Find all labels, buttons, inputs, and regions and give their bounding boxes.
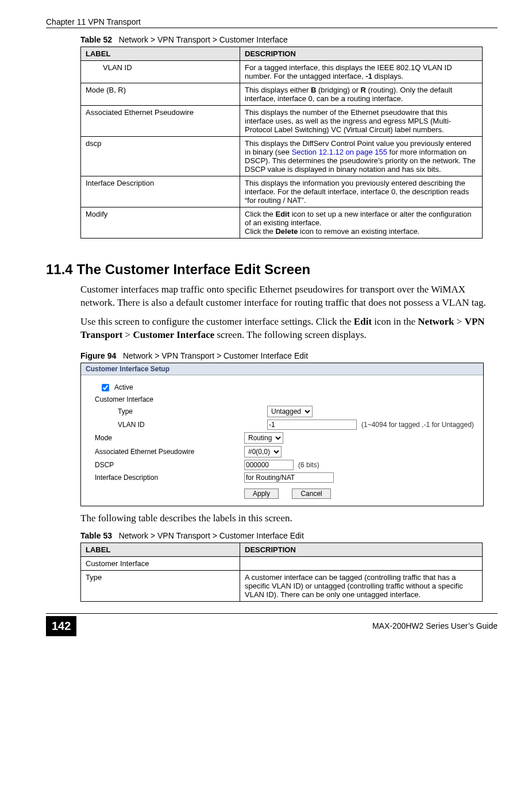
- text: (bridging) or: [316, 86, 360, 94]
- table53-head-label: LABEL: [81, 543, 240, 556]
- dscp-note: (6 bits): [298, 461, 319, 469]
- bold-text: R: [361, 86, 366, 94]
- page-footer: 142 MAX-200HW2 Series User’s Guide: [46, 613, 498, 636]
- figure94-caption-prefix: Figure 94: [80, 351, 116, 360]
- active-checkbox[interactable]: [102, 384, 109, 391]
- interface-description-label: Interface Description: [89, 474, 244, 482]
- bold-text: -1: [365, 72, 372, 80]
- cancel-button[interactable]: Cancel: [292, 489, 330, 499]
- table52-r4-label: Interface Description: [81, 176, 240, 207]
- table-row: Interface Description This displays the …: [81, 176, 483, 207]
- table52-r5-label: Modify: [81, 207, 240, 239]
- bold-text: Edit: [275, 210, 290, 218]
- figure94-caption: Figure 94 Network > VPN Transport > Cust…: [80, 351, 498, 360]
- assoc-pseudowire-label: Associated Ethernet Pseudowire: [89, 448, 244, 456]
- table52-head-desc: DESCRIPTION: [240, 47, 483, 61]
- dscp-input[interactable]: [244, 460, 294, 470]
- text: This displays either: [245, 86, 311, 94]
- bold-text: Delete: [275, 227, 298, 236]
- section-title: 11.4 The Customer Interface Edit Screen: [46, 261, 498, 278]
- between-text: The following table describes the labels…: [80, 512, 498, 525]
- table53: LABEL DESCRIPTION Customer Interface Typ…: [80, 543, 483, 602]
- table52-r4-desc: This displays the information you previo…: [240, 176, 483, 207]
- interface-description-input[interactable]: [244, 472, 334, 483]
- table53-r1-label: Type: [81, 570, 240, 601]
- table52-r3-desc: This displays the DiffServ Control Point…: [240, 137, 483, 176]
- table52-r1-label: Mode (B, R): [81, 83, 240, 106]
- bold-text: Customer Interface: [133, 329, 214, 340]
- chapter-title: Chapter 11 VPN Transport: [46, 17, 141, 26]
- table52-r3-label: dscp: [81, 137, 240, 176]
- text: >: [122, 329, 133, 340]
- footer-guide: MAX-200HW2 Series User’s Guide: [82, 621, 498, 630]
- table53-caption-prefix: Table 53: [80, 531, 112, 540]
- table52-caption-prefix: Table 52: [80, 35, 112, 44]
- table52-r1-desc: This displays either B (bridging) or R (…: [240, 83, 483, 106]
- table-row: Customer Interface: [81, 556, 483, 570]
- table53-caption-text: Network > VPN Transport > Customer Inter…: [119, 531, 304, 540]
- text: icon in the: [372, 316, 418, 327]
- mode-select[interactable]: Routing: [244, 432, 283, 444]
- text: >: [454, 316, 465, 327]
- table52-r0-desc: For a tagged interface, this displays th…: [240, 61, 483, 83]
- active-label: Active: [114, 383, 133, 391]
- table53-r1-desc: A customer interface can be tagged (cont…: [240, 570, 483, 601]
- vlan-id-note: (1~4094 for tagged ,-1 for Untagged): [361, 421, 474, 429]
- customer-interface-setup-screenshot: Customer Interface Setup Active Customer…: [80, 363, 484, 506]
- text: Use this screen to configure the custome…: [80, 316, 354, 327]
- table53-r0-label: Customer Interface: [81, 556, 240, 570]
- vlan-id-input[interactable]: [267, 420, 357, 430]
- text: Click the: [245, 210, 275, 218]
- page-number: 142: [46, 616, 76, 636]
- section-p2: Use this screen to configure the custome…: [80, 316, 498, 342]
- table53-r0-desc: [240, 556, 483, 570]
- bold-text: B: [311, 86, 316, 94]
- section-link[interactable]: Section 12.1.12 on page 155: [292, 148, 387, 156]
- text: For a tagged interface, this displays th…: [245, 63, 452, 80]
- table52-r0-label: VLAN ID: [86, 63, 132, 72]
- text: Click the: [245, 227, 275, 236]
- table52-caption: Table 52 Network > VPN Transport > Custo…: [80, 35, 498, 44]
- text: displays.: [372, 72, 403, 80]
- bold-text: Network: [418, 316, 454, 327]
- table-row: Mode (B, R) This displays either B (brid…: [81, 83, 483, 106]
- page-header: Chapter 11 VPN Transport: [46, 17, 498, 28]
- table-row: Type A customer interface can be tagged …: [81, 570, 483, 601]
- type-label: Type: [89, 407, 267, 416]
- table52-r5-desc: Click the Edit icon to set up a new inte…: [240, 207, 483, 239]
- table-row: Associated Ethernet Pseudowire This disp…: [81, 106, 483, 137]
- text: screen. The following screen displays.: [214, 329, 367, 340]
- screenshot-titlebar: Customer Interface Setup: [81, 363, 483, 375]
- bold-text: Edit: [354, 316, 372, 327]
- section-p1: Customer interfaces map traffic onto spe…: [80, 283, 498, 310]
- table-row: dscp This displays the DiffServ Control …: [81, 137, 483, 176]
- figure94-caption-text: Network > VPN Transport > Customer Inter…: [123, 351, 308, 360]
- customer-interface-label: Customer Interface: [89, 395, 244, 403]
- vlan-id-label: VLAN ID: [89, 421, 267, 429]
- table52-r2-label: Associated Ethernet Pseudowire: [81, 106, 240, 137]
- table52: LABEL DESCRIPTION VLAN ID For a tagged i…: [80, 47, 483, 239]
- table53-head-desc: DESCRIPTION: [240, 543, 483, 556]
- assoc-pseudowire-select[interactable]: #0(0,0): [244, 446, 282, 457]
- table-row: VLAN ID For a tagged interface, this dis…: [81, 61, 483, 83]
- table-row: Modify Click the Edit icon to set up a n…: [81, 207, 483, 239]
- table52-r2-desc: This displays the number of the Ethernet…: [240, 106, 483, 137]
- dscp-label: DSCP: [89, 461, 244, 469]
- mode-label: Mode: [89, 434, 244, 442]
- apply-button[interactable]: Apply: [244, 489, 279, 499]
- type-select[interactable]: Untagged: [267, 406, 313, 417]
- text: icon to remove an existing interface.: [298, 227, 420, 236]
- table53-caption: Table 53 Network > VPN Transport > Custo…: [80, 531, 498, 540]
- table52-head-label: LABEL: [81, 47, 240, 61]
- table52-caption-text: Network > VPN Transport > Customer Inter…: [119, 35, 288, 44]
